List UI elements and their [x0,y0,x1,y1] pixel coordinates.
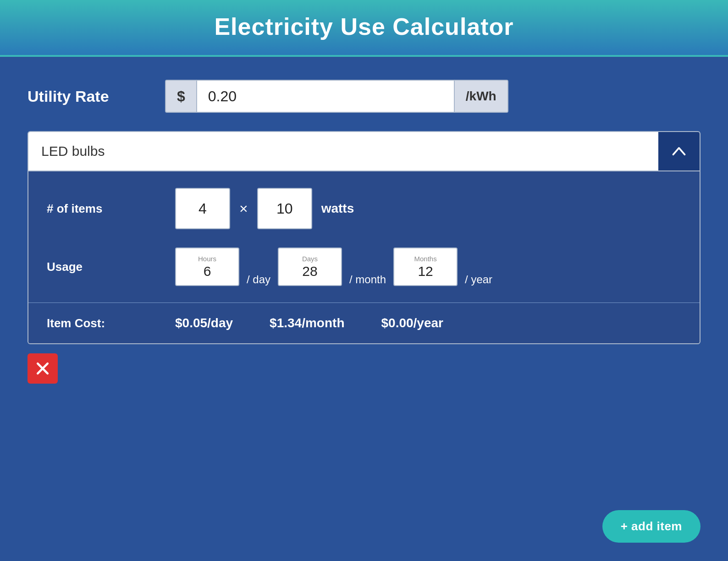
chevron-up-icon [671,143,687,160]
items-row-label: # of items [47,202,175,216]
days-sublabel: Days [302,255,318,263]
days-input-box: Days [278,248,342,286]
item-cost-label: Item Cost: [47,316,175,330]
per-year-label: / year [465,273,492,286]
watts-label: watts [321,201,354,216]
utility-rate-input[interactable] [197,81,454,112]
header: Electricity Use Calculator [0,0,728,55]
utility-rate-label: Utility Rate [28,88,165,105]
item-card-header: LED bulbs [28,132,700,171]
x-icon [34,360,51,377]
per-day-label: / day [247,273,270,286]
cost-daily: $0.05/day [175,316,233,330]
items-row: # of items × watts [47,188,681,229]
num-items-input[interactable] [175,188,230,229]
per-month-label: / month [349,273,386,286]
main-content: Utility Rate $ /kWh LED bulbs [0,57,728,561]
item-card: LED bulbs # of items × watts [28,131,700,344]
watts-input[interactable] [257,188,312,229]
cost-yearly: $0.00/year [381,316,443,330]
dollar-sign-label: $ [166,81,197,112]
page-title: Electricity Use Calculator [18,13,710,40]
usage-label: Usage [47,260,175,274]
multiply-sign: × [239,200,248,217]
hours-input[interactable] [180,264,235,279]
collapse-button[interactable] [658,132,700,170]
months-input-box: Months [393,248,458,286]
delete-item-button[interactable] [28,353,58,384]
cost-monthly: $1.34/month [270,316,344,330]
months-input[interactable] [398,264,453,279]
usage-inputs: Hours / day Days / month Months [175,248,500,286]
app-container: Electricity Use Calculator Utility Rate … [0,0,728,561]
add-item-button[interactable]: + add item [602,510,700,543]
utility-rate-input-group: $ /kWh [165,80,508,113]
utility-rate-row: Utility Rate $ /kWh [28,80,700,113]
item-name: LED bulbs [28,134,658,168]
months-sublabel: Months [414,255,436,263]
kwh-label: /kWh [454,81,507,112]
item-cost-row: Item Cost: $0.05/day $1.34/month $0.00/y… [47,303,681,343]
item-card-body: # of items × watts Usage Hours [28,171,700,343]
days-input[interactable] [282,264,337,279]
usage-row: Usage Hours / day Days / mo [47,248,681,286]
hours-input-box: Hours [175,248,239,286]
hours-sublabel: Hours [198,255,216,263]
